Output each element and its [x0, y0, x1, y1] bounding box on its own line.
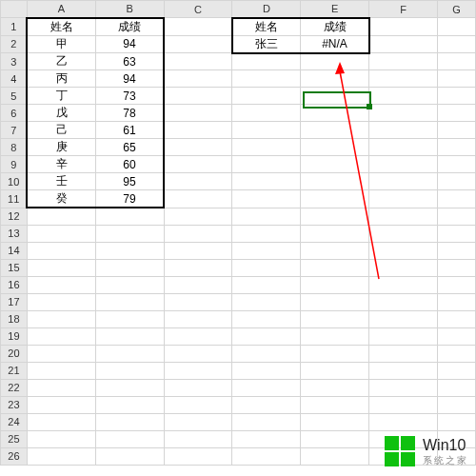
cell-a4[interactable]: 丙: [27, 70, 95, 88]
cell-a20[interactable]: [27, 345, 95, 362]
cell-g7[interactable]: [438, 122, 476, 139]
cell-e12[interactable]: [301, 208, 369, 225]
cell-b20[interactable]: [95, 345, 164, 362]
cell-f19[interactable]: [369, 327, 438, 345]
cell-d9[interactable]: [232, 156, 301, 173]
cell-b24[interactable]: [95, 413, 164, 430]
cell-e8[interactable]: [301, 139, 369, 156]
cell-e9[interactable]: [301, 156, 369, 173]
cell-g10[interactable]: [438, 173, 476, 190]
cell-d10[interactable]: [232, 173, 301, 190]
cell-a5[interactable]: 丁: [27, 88, 95, 105]
cell-c17[interactable]: [164, 293, 232, 310]
cell-a15[interactable]: [27, 259, 95, 276]
select-all-corner[interactable]: [1, 1, 28, 18]
cell-c9[interactable]: [164, 156, 232, 173]
cell-a18[interactable]: [27, 310, 95, 327]
cell-d12[interactable]: [232, 208, 301, 225]
row-header-6[interactable]: 6: [1, 105, 28, 122]
cell-f15[interactable]: [369, 259, 438, 276]
row-header-9[interactable]: 9: [1, 156, 28, 173]
cell-d13[interactable]: [232, 225, 301, 242]
cell-c7[interactable]: [164, 122, 232, 139]
cell-e20[interactable]: [301, 345, 369, 362]
col-header-g[interactable]: G: [438, 1, 476, 18]
cell-f23[interactable]: [369, 396, 438, 413]
cell-b23[interactable]: [95, 396, 164, 413]
row-header-22[interactable]: 22: [1, 379, 28, 396]
cell-a14[interactable]: [27, 242, 95, 259]
row-header-23[interactable]: 23: [1, 396, 28, 413]
cell-g13[interactable]: [438, 225, 476, 242]
cell-a11[interactable]: 癸: [27, 190, 95, 208]
col-header-c[interactable]: C: [164, 1, 232, 18]
cell-f1[interactable]: [369, 18, 438, 36]
cell-f17[interactable]: [369, 293, 438, 310]
row-header-4[interactable]: 4: [1, 70, 28, 88]
cell-b8[interactable]: 65: [95, 139, 164, 156]
cell-b14[interactable]: [95, 242, 164, 259]
cell-e11[interactable]: [301, 190, 369, 208]
cell-f3[interactable]: [369, 53, 438, 70]
cell-f8[interactable]: [369, 139, 438, 156]
cell-e24[interactable]: [301, 413, 369, 430]
col-header-d[interactable]: D: [232, 1, 301, 18]
cell-a9[interactable]: 辛: [27, 156, 95, 173]
row-header-21[interactable]: 21: [1, 362, 28, 379]
row-header-1[interactable]: 1: [1, 18, 28, 36]
cell-a10[interactable]: 壬: [27, 173, 95, 190]
cell-c3[interactable]: [164, 53, 232, 70]
cell-e2[interactable]: #N/A: [301, 35, 369, 53]
cell-b26[interactable]: [95, 447, 164, 465]
cell-b4[interactable]: 94: [95, 70, 164, 88]
row-header-17[interactable]: 17: [1, 293, 28, 310]
cell-b9[interactable]: 60: [95, 156, 164, 173]
cell-f14[interactable]: [369, 242, 438, 259]
cell-g17[interactable]: [438, 293, 476, 310]
cell-g22[interactable]: [438, 379, 476, 396]
cell-c14[interactable]: [164, 242, 232, 259]
cell-g4[interactable]: [438, 70, 476, 88]
cell-f5[interactable]: [369, 88, 438, 105]
cell-f13[interactable]: [369, 225, 438, 242]
row-header-3[interactable]: 3: [1, 53, 28, 70]
cell-b6[interactable]: 78: [95, 105, 164, 122]
cell-g8[interactable]: [438, 139, 476, 156]
cell-d5[interactable]: [232, 88, 301, 105]
cell-a13[interactable]: [27, 225, 95, 242]
cell-g12[interactable]: [438, 208, 476, 225]
cell-a7[interactable]: 己: [27, 122, 95, 139]
cell-g15[interactable]: [438, 259, 476, 276]
cell-f9[interactable]: [369, 156, 438, 173]
cell-e25[interactable]: [301, 430, 369, 447]
cell-b21[interactable]: [95, 362, 164, 379]
cell-d6[interactable]: [232, 105, 301, 122]
cell-d14[interactable]: [232, 242, 301, 259]
cell-e18[interactable]: [301, 310, 369, 327]
cell-c22[interactable]: [164, 379, 232, 396]
cell-b7[interactable]: 61: [95, 122, 164, 139]
cell-d16[interactable]: [232, 276, 301, 293]
cell-g6[interactable]: [438, 105, 476, 122]
cell-f21[interactable]: [369, 362, 438, 379]
cell-b3[interactable]: 63: [95, 53, 164, 70]
cell-d2[interactable]: 张三: [232, 35, 301, 53]
col-header-a[interactable]: A: [27, 1, 95, 18]
cell-b2[interactable]: 94: [95, 35, 164, 53]
cell-f11[interactable]: [369, 190, 438, 208]
cell-g20[interactable]: [438, 345, 476, 362]
row-header-15[interactable]: 15: [1, 259, 28, 276]
cell-d4[interactable]: [232, 70, 301, 88]
cell-e22[interactable]: [301, 379, 369, 396]
cell-a19[interactable]: [27, 327, 95, 345]
cell-c26[interactable]: [164, 447, 232, 465]
row-header-19[interactable]: 19: [1, 327, 28, 345]
cell-e15[interactable]: [301, 259, 369, 276]
cell-a21[interactable]: [27, 362, 95, 379]
cell-e13[interactable]: [301, 225, 369, 242]
cell-c16[interactable]: [164, 276, 232, 293]
cell-c11[interactable]: [164, 190, 232, 208]
cell-e5[interactable]: [301, 88, 369, 105]
cell-b25[interactable]: [95, 430, 164, 447]
cell-b15[interactable]: [95, 259, 164, 276]
